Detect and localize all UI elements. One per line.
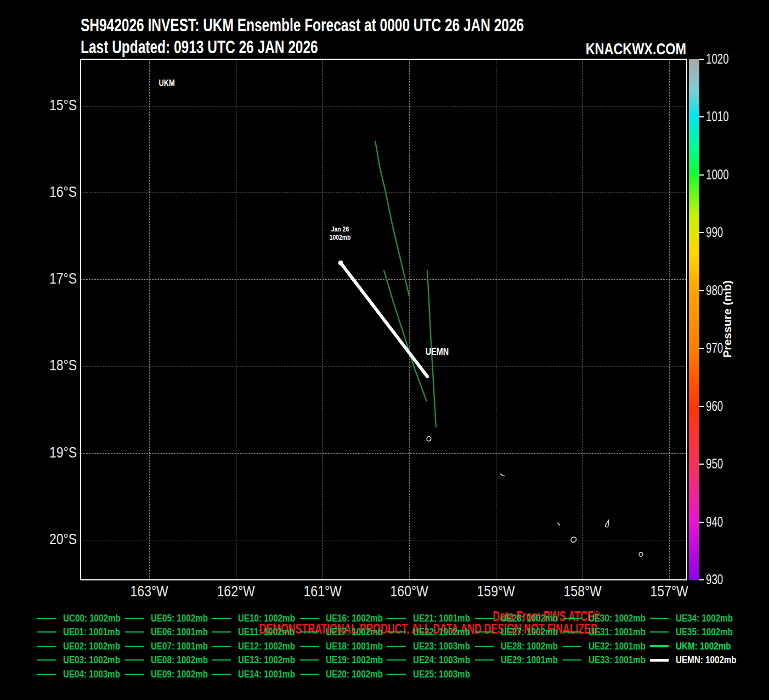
legend-entry-ue08: UE08: 1002mb xyxy=(125,653,222,667)
legend-entry-text: UC00: 1002mb xyxy=(63,612,121,624)
legend-entry-text: UE27: 1002mb xyxy=(501,626,558,638)
colorbar-tick xyxy=(699,464,704,465)
legend-entry-text: UE11: 1002mb xyxy=(238,626,295,638)
colorbar-tick-label: 1000 xyxy=(706,167,737,183)
y-tick-text: 18°S xyxy=(49,357,77,374)
colorbar-tick-label: 930 xyxy=(706,572,729,588)
legend-entry-text: UE13: 1002mb xyxy=(238,654,295,666)
colorbar-tick-text: 990 xyxy=(706,224,723,240)
legend-line-swatch xyxy=(387,618,406,619)
legend-line-swatch xyxy=(650,631,669,633)
legend-entry-ue18: UE18: 1001mb xyxy=(300,639,397,653)
legend-entry-ue25: UE25: 1003mb xyxy=(387,667,484,681)
legend-entry-text: UE01: 1001mb xyxy=(63,626,120,638)
legend-line-swatch xyxy=(212,618,231,619)
legend-entry-ue20: UE20: 1002mb xyxy=(300,667,397,681)
legend-entry-ue02: UE02: 1002mb xyxy=(37,639,134,653)
legend-entry-ue34: UE34: 1002mb xyxy=(650,611,747,625)
legend-entry-text: UE08: 1002mb xyxy=(151,654,208,666)
colorbar-axis-title: Pressure (mb) xyxy=(721,267,734,372)
legend-line-swatch xyxy=(125,631,144,633)
y-tick-label: 15°S xyxy=(11,97,77,114)
y-tick-label: 17°S xyxy=(11,270,77,287)
x-tick-text: 158°W xyxy=(563,583,601,600)
legend-entry-ue33: UE33: 1001mb xyxy=(563,653,660,667)
legend-line-swatch xyxy=(37,618,56,619)
legend-entry-ukm: UKM: 1002mb xyxy=(650,639,745,653)
colorbar-tick-text: 1010 xyxy=(706,109,729,125)
colorbar-tick-label: 960 xyxy=(706,398,729,414)
legend-entry-ue10: UE10: 1002mb xyxy=(212,611,309,625)
colorbar-tick-text: 960 xyxy=(706,398,723,414)
legend-entry-ue28: UE28: 1002mb xyxy=(475,639,572,653)
legend-line-swatch xyxy=(387,646,406,647)
colorbar-tick-text: 1000 xyxy=(706,167,729,183)
legend-entry-text: UE21: 1001mb xyxy=(413,612,470,624)
legend-entry-ue01: UE01: 1001mb xyxy=(37,625,134,639)
y-tick-label: 16°S xyxy=(11,183,77,201)
legend-entry-text: UE18: 1001mb xyxy=(326,640,383,652)
colorbar-tick xyxy=(699,174,704,176)
legend-line-swatch xyxy=(37,674,56,675)
colorbar-tick xyxy=(699,59,704,60)
legend-entry-text: UE32: 1001mb xyxy=(589,640,646,652)
legend-entry-text: UE33: 1001mb xyxy=(589,654,646,666)
legend-entry-ue13: UE13: 1002mb xyxy=(212,653,309,667)
legend-entry-text: UE14: 1001mb xyxy=(238,668,295,680)
legend-line-swatch xyxy=(650,659,669,662)
colorbar-tick-text: 950 xyxy=(706,456,723,472)
pressure-colorbar xyxy=(689,59,699,580)
legend-entry-text: UE05: 1002mb xyxy=(151,612,208,624)
legend-entry-text: UE30: 1002mb xyxy=(589,612,646,624)
x-tick-text: 163°W xyxy=(130,583,168,600)
x-tick-label: 158°W xyxy=(544,583,621,600)
colorbar-tick xyxy=(699,290,704,291)
legend-line-swatch xyxy=(212,646,231,647)
legend-entry-ue12: UE12: 1002mb xyxy=(212,639,309,653)
legend-entry-text: UE12: 1002mb xyxy=(238,640,295,652)
legend-entry-ue31: UE31: 1001mb xyxy=(563,625,660,639)
figure-canvas: SH942026 INVEST: UKM Ensemble Forecast a… xyxy=(0,0,769,700)
legend-line-swatch xyxy=(563,618,581,619)
colorbar-tick-text: 930 xyxy=(706,572,723,588)
legend-line-swatch xyxy=(387,659,406,661)
legend-line-swatch xyxy=(563,659,581,661)
legend-line-swatch xyxy=(300,646,319,647)
x-tick-text: 160°W xyxy=(390,583,428,600)
x-tick-text: 157°W xyxy=(650,583,688,600)
x-tick-text: 162°W xyxy=(217,583,255,600)
y-tick-label: 19°S xyxy=(11,444,77,461)
colorbar-tick xyxy=(699,522,704,523)
legend-entry-ue27: UE27: 1002mb xyxy=(475,625,572,639)
legend-entry-text: UE20: 1002mb xyxy=(326,668,383,680)
y-tick-label: 20°S xyxy=(11,530,77,548)
y-tick-text: 16°S xyxy=(49,183,77,201)
legend-line-swatch xyxy=(387,674,406,675)
legend-entry-ue29: UE29: 1001mb xyxy=(475,653,572,667)
legend-entry-ue30: UE30: 1002mb xyxy=(563,611,660,625)
x-tick-text: 161°W xyxy=(303,583,341,600)
x-tick-text: 159°W xyxy=(477,583,514,600)
colorbar-tick-text: 1020 xyxy=(706,51,729,67)
legend-entry-text: UE07: 1001mb xyxy=(151,640,208,652)
legend-line-swatch xyxy=(125,646,144,647)
y-tick-text: 19°S xyxy=(49,444,77,461)
legend-entry-text: UE28: 1002mb xyxy=(501,640,558,652)
legend-entry-text: UE06: 1001mb xyxy=(151,626,208,638)
colorbar-tick-label: 990 xyxy=(706,224,729,240)
x-tick-label: 161°W xyxy=(284,583,361,600)
legend-entry-ue22: UE22: 1002mb xyxy=(387,625,484,639)
x-tick-label: 162°W xyxy=(197,583,274,600)
legend-entry-ue17: UE17: 1002mb xyxy=(300,625,397,639)
legend-entry-text: UE09: 1002mb xyxy=(151,668,208,680)
legend-line-swatch xyxy=(300,659,319,661)
legend-entry-uc00: UC00: 1002mb xyxy=(37,611,135,625)
legend-entry-text: UE23: 1003mb xyxy=(413,640,470,652)
legend-line-swatch xyxy=(475,618,494,619)
legend-line-swatch xyxy=(300,631,319,633)
legend-line-swatch xyxy=(37,659,56,661)
legend-entry-ue05: UE05: 1002mb xyxy=(125,611,222,625)
page-subtitle: Last Updated: 0913 UTC 26 JAN 2026 xyxy=(81,36,410,58)
legend-line-swatch xyxy=(125,618,144,619)
legend-entry-ue24: UE24: 1003mb xyxy=(387,653,484,667)
